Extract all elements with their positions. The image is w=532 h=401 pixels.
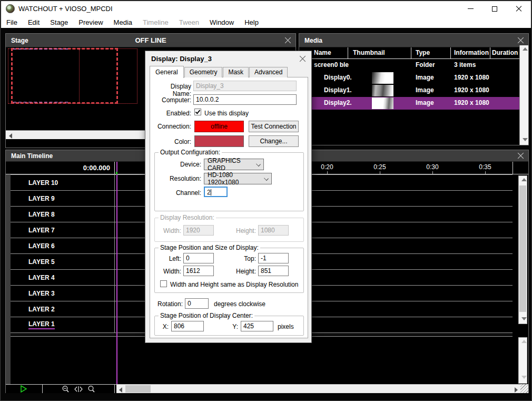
zoom-fit-icon[interactable]: [74, 386, 83, 393]
channel-field[interactable]: 2: [204, 187, 228, 197]
column-header-thumbnail[interactable]: Thumbnail: [353, 49, 385, 56]
tab-mask[interactable]: Mask: [223, 67, 249, 77]
media-close-icon[interactable]: [517, 37, 524, 44]
tab-advanced[interactable]: Advanced: [249, 67, 288, 77]
scrollbar-thumb[interactable]: [125, 385, 151, 393]
center-y-field[interactable]: 425: [241, 321, 273, 331]
layer-label[interactable]: LAYER 6: [28, 242, 55, 250]
menu-window[interactable]: Window: [204, 18, 239, 26]
display-color-swatch[interactable]: [194, 135, 244, 147]
dialog-titlebar[interactable]: Display: Display_3: [145, 51, 311, 66]
column-header-type[interactable]: Type: [416, 49, 430, 56]
display-outline-selected[interactable]: [11, 48, 118, 104]
menu-edit[interactable]: Edit: [23, 18, 45, 26]
stage-height-field[interactable]: 851: [258, 266, 289, 276]
media-panel-titlebar[interactable]: Media: [299, 34, 528, 47]
change-color-button[interactable]: Change...: [249, 135, 299, 147]
play-button[interactable]: [6, 385, 43, 393]
media-row[interactable]: Display1. Image 1920 x 1080: [299, 84, 528, 97]
dialog-close-icon[interactable]: [299, 55, 306, 62]
left-field[interactable]: 0: [183, 253, 214, 263]
group-title: Display Resolution:: [159, 214, 216, 221]
column-header-duration[interactable]: Duration: [492, 49, 518, 56]
layer-expand-icon[interactable]: [19, 259, 23, 265]
layer-label[interactable]: LAYER 10: [28, 179, 58, 187]
media-row-selected[interactable]: Display2. Image 1920 x 1080: [299, 97, 528, 110]
layer-expand-icon[interactable]: [19, 291, 23, 296]
resize-grip[interactable]: [520, 384, 528, 393]
layer-label[interactable]: LAYER 4: [28, 274, 55, 281]
computer-field[interactable]: 10.0.0.2: [193, 94, 297, 105]
stage-close-icon[interactable]: [284, 37, 291, 44]
scroll-down-icon[interactable]: [521, 317, 527, 320]
layer-label[interactable]: LAYER 9: [28, 195, 55, 202]
zoom-out-icon[interactable]: [62, 385, 70, 393]
rotation-field[interactable]: 0: [185, 298, 209, 309]
resolution-label: Resolution:: [159, 175, 201, 182]
scroll-down-icon[interactable]: [521, 376, 527, 379]
tab-general[interactable]: General: [150, 66, 184, 78]
maximize-button[interactable]: [482, 1, 507, 16]
media-row[interactable]: Display0. Image 1920 x 1080: [299, 72, 528, 84]
use-display-checkbox[interactable]: [194, 109, 201, 115]
width-label: Width:: [159, 227, 181, 234]
menu-file[interactable]: File: [1, 18, 23, 26]
scrollbar-thumb[interactable]: [519, 185, 526, 312]
layer-expand-icon[interactable]: [19, 243, 23, 249]
media-row-folder[interactable]: screen0 ble Folder 3 items: [299, 59, 528, 72]
computer-label: Computer:: [150, 96, 191, 104]
stage-width-field[interactable]: 1612: [183, 266, 214, 276]
layer-expand-icon[interactable]: [19, 196, 23, 201]
scroll-up-icon[interactable]: [523, 47, 528, 51]
scroll-left-icon[interactable]: [119, 387, 122, 393]
device-dropdown[interactable]: GRAPHICS CARD: [204, 159, 264, 170]
layer-label[interactable]: LAYER 5: [28, 258, 55, 266]
menu-preview[interactable]: Preview: [73, 18, 108, 26]
scroll-right-icon[interactable]: [515, 387, 518, 393]
layer-label[interactable]: LAYER 3: [28, 290, 55, 297]
layer-expand-icon[interactable]: [19, 307, 23, 312]
timeline-close-icon[interactable]: [517, 152, 524, 159]
column-header-information[interactable]: Information: [454, 49, 489, 56]
timeline-horizontal-scrollbar[interactable]: [116, 385, 520, 393]
layer-label[interactable]: LAYER 1: [28, 320, 55, 329]
same-as-resolution-checkbox[interactable]: [160, 280, 167, 287]
scroll-left-icon[interactable]: [9, 133, 12, 139]
same-as-resolution-label[interactable]: Width and Height same as Display Resolut…: [170, 281, 298, 288]
zoom-in-icon[interactable]: [87, 385, 95, 393]
scroll-down-icon[interactable]: [523, 138, 528, 141]
timeline-vertical-scrollbar[interactable]: [518, 175, 527, 324]
layer-expand-icon[interactable]: [19, 322, 23, 328]
column-header-name[interactable]: Name: [314, 49, 331, 56]
layer-label[interactable]: LAYER 8: [28, 211, 55, 218]
media-vertical-scrollbar[interactable]: [519, 45, 528, 145]
timeline-lower-pane[interactable]: [11, 337, 513, 384]
layer-expand-icon[interactable]: [19, 275, 23, 280]
menu-stage[interactable]: Stage: [45, 18, 73, 26]
layer-expand-icon[interactable]: [19, 212, 23, 217]
media-name: Display0.: [324, 74, 352, 81]
playhead-line[interactable]: [116, 162, 117, 384]
menu-timeline: Timeline: [137, 18, 174, 26]
scroll-up-icon[interactable]: [521, 178, 527, 181]
close-button[interactable]: [507, 1, 531, 16]
layer-expand-icon[interactable]: [19, 180, 23, 185]
test-connection-button[interactable]: Test Connection: [249, 121, 299, 132]
stage-panel-titlebar[interactable]: Stage OFF LINE: [6, 34, 295, 47]
tab-geometry[interactable]: Geometry: [184, 67, 223, 77]
play-icon: [20, 385, 28, 393]
resolution-dropdown[interactable]: HD-1080 1920x1080: [204, 173, 272, 184]
menu-help[interactable]: Help: [239, 18, 264, 26]
media-column-headers: Name Thumbnail Type Information Duration: [299, 47, 528, 59]
top-field[interactable]: -1: [258, 253, 289, 263]
minimize-button[interactable]: [458, 1, 482, 16]
thumbnail-image: [372, 72, 393, 84]
scroll-up-icon[interactable]: [521, 340, 527, 343]
center-x-field[interactable]: 806: [171, 321, 204, 331]
menu-media[interactable]: Media: [109, 18, 137, 26]
layer-label[interactable]: LAYER 7: [28, 227, 55, 234]
layer-label[interactable]: LAYER 2: [28, 306, 55, 313]
use-display-checkbox-label[interactable]: Use this display: [204, 110, 249, 117]
lower-pane-scrollbar[interactable]: [518, 337, 527, 384]
layer-expand-icon[interactable]: [19, 228, 23, 233]
